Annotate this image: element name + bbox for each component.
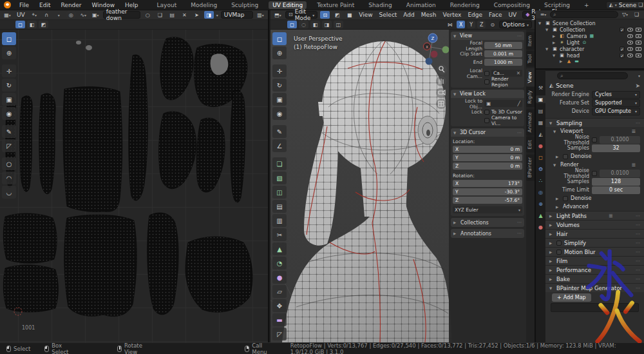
tab-constraints-icon[interactable]: ⊕ (536, 200, 545, 208)
rotate-tool[interactable]: ↻ (272, 79, 287, 92)
mode-dropdown[interactable]: ⊡ Edit Mode ▾ (285, 11, 317, 19)
viewport-denoise-header[interactable]: ▶ Denoise (545, 152, 644, 161)
volumes-panel-header[interactable]: ▶Volumes⋯ (545, 220, 644, 229)
cursor-x-field[interactable]: X0 m (453, 146, 522, 153)
workspace-tab-scripting[interactable]: Scripting (540, 1, 574, 9)
render-region-checkbox[interactable] (484, 79, 489, 84)
denoise-checkbox[interactable] (563, 196, 568, 201)
select-box-option-icon[interactable]: ◻ (287, 21, 297, 28)
image-browse-icon[interactable]: ▣▾ (91, 11, 100, 19)
scale-tool[interactable]: ▣ (272, 93, 287, 106)
open-image-icon[interactable]: ▤ (167, 11, 177, 19)
pivot-point-icon[interactable]: ⌖▾ (30, 11, 39, 19)
poly-build-tool[interactable]: ▲ (272, 242, 287, 255)
lock-to-3d-cursor-checkbox[interactable] (484, 110, 489, 115)
workspace-tab-animation[interactable]: Animation (402, 1, 440, 9)
menu-window[interactable]: Window (90, 1, 117, 9)
edge-slide-tool[interactable]: ▱ (272, 285, 287, 298)
workspace-tab-texture-paint[interactable]: Texture Paint (313, 1, 358, 9)
navigation-gizmo[interactable]: Z X (424, 34, 450, 65)
tab-particles-icon[interactable]: ∴ (536, 177, 545, 184)
display-settings-icon[interactable]: ▥▾ (256, 11, 265, 19)
rip-region-tool[interactable]: ◸ (2, 139, 16, 152)
tab-physics-icon[interactable]: ◎ (536, 188, 545, 196)
duplicate-image-icon[interactable]: ❏ (155, 11, 165, 19)
tweak-select-tool[interactable]: ◻ (2, 32, 16, 45)
image-type-icon[interactable]: ◨ (204, 11, 214, 19)
collections-panel-header[interactable]: ▶Collections⋯ (451, 218, 524, 227)
measure-tool[interactable]: ∠ (272, 139, 287, 152)
local-camera-checkbox[interactable] (484, 71, 489, 76)
cursor-z-field[interactable]: Z0 m (453, 162, 522, 170)
scale-tool[interactable]: ▣ (2, 93, 16, 106)
select-extend-option-icon[interactable]: ◨ (322, 21, 332, 28)
cursor-panel-header[interactable]: ▼3D Cursor⋯ (451, 128, 524, 137)
exclude-checkbox[interactable]: ✓ (620, 53, 625, 58)
annotate-tool[interactable]: ✎ (2, 125, 16, 138)
transform-tool[interactable]: ◉ (2, 107, 16, 120)
select-intersect-option-icon[interactable]: ◫ (334, 21, 343, 28)
chevron-down-icon[interactable]: ▾ (638, 74, 640, 78)
menu-help[interactable]: Help (123, 1, 140, 9)
outliner-row-character[interactable]: ▼▣ character ✓ (536, 46, 644, 52)
noise-threshold-checkbox[interactable] (592, 171, 597, 176)
cursor-tool[interactable]: ⊕ (272, 46, 287, 59)
uv-canvas[interactable]: 1001 (0, 30, 268, 342)
viewport-noise-field[interactable]: 0.1000 (600, 136, 640, 144)
menu-vertex[interactable]: Vertex (441, 11, 464, 19)
film-panel-header[interactable]: ▶Film⋯ (545, 256, 644, 265)
hair-panel-header[interactable]: ▶Hair⋯ (545, 229, 644, 238)
outliner-row-camera[interactable]: ▶ ◧ Camera ▦ (536, 33, 644, 39)
tab-material-icon[interactable]: ● (536, 223, 545, 231)
mirror-y-toggle[interactable]: Y (467, 21, 475, 28)
disable-render-icon[interactable] (636, 54, 641, 57)
pinch-brush-tool[interactable]: ◡ (2, 186, 16, 199)
snap-options-icon[interactable]: ⊙ (488, 21, 497, 28)
tab-item[interactable]: Item (526, 32, 535, 50)
mirror-z-toggle[interactable]: Z (477, 21, 486, 28)
new-scene-icon[interactable]: ❏ (638, 3, 643, 8)
rotation-order-dropdown[interactable]: XYZ Euler▾ (453, 206, 522, 213)
mirror-icon[interactable]: ⋈ (445, 21, 455, 28)
annotations-panel-header[interactable]: ▶Annotations⋯ (451, 229, 524, 238)
unlink-image-icon[interactable]: ✕ (180, 11, 189, 19)
cursor-tool[interactable]: ⊕ (2, 46, 16, 59)
tab-rigify[interactable]: Rigify (526, 87, 535, 107)
tab-modifiers-icon[interactable]: ⚙ (536, 165, 545, 173)
menu-select[interactable]: Select (377, 11, 399, 19)
smooth-tool[interactable]: ● (272, 271, 287, 284)
spin-tool[interactable]: ◔ (272, 257, 287, 270)
annotate-tool[interactable]: ✎ (272, 125, 287, 138)
relax-brush-tool[interactable]: ◠ (2, 172, 16, 184)
cursor-ry-field[interactable]: Y-30.3° (453, 188, 522, 195)
workspace-tab-compositing[interactable]: Compositing (490, 1, 534, 9)
pin-icon[interactable]: ➤ (192, 11, 202, 19)
bake-panel-header[interactable]: ▶Bake⋯ (545, 274, 644, 283)
noise-threshold-checkbox[interactable] (592, 137, 597, 143)
lock-object-field[interactable]: ▣ ╱ (484, 100, 522, 107)
cursor-y-field[interactable]: Y0 m (453, 154, 522, 161)
add-map-button[interactable]: + Add Map (552, 293, 591, 302)
outliner-row-collection[interactable]: ▼▣ Collection ✓ (536, 26, 644, 33)
hide-eye-icon[interactable] (627, 47, 633, 51)
menu-render[interactable]: Render (59, 1, 84, 9)
simplify-panel-header[interactable]: ▶ Simplify⋯ (545, 238, 644, 247)
light-paths-panel-header[interactable]: ▶Light Paths☰⋯ (545, 211, 644, 220)
workspace-tab-sculpting[interactable]: Sculpting (227, 1, 262, 9)
tab-output-icon[interactable]: ▤ (536, 107, 545, 115)
disable-render-icon[interactable] (636, 28, 641, 32)
snap-settings-icon[interactable]: ▾ (54, 11, 64, 19)
cursor-rx-field[interactable]: X173° (453, 180, 522, 187)
tab-data-icon[interactable]: ▲ (536, 211, 545, 219)
feature-set-dropdown[interactable]: Supported▾ (592, 99, 640, 107)
menu-file[interactable]: File (17, 1, 31, 9)
loop-cut-tool[interactable]: ▥ (272, 214, 287, 227)
workspace-tab-uv-editing[interactable]: UV Editing (269, 1, 307, 9)
edge-select-mode-icon[interactable]: ◩ (332, 11, 342, 19)
exclude-checkbox[interactable]: ✓ (620, 46, 625, 52)
motion-blur-checkbox[interactable] (556, 250, 562, 255)
move-tool[interactable]: ✛ (2, 64, 16, 77)
filter-icon[interactable]: ▽▾ (620, 11, 630, 19)
hide-eye-icon[interactable] (627, 28, 633, 32)
clip-start-field[interactable]: 0.001 m (484, 50, 522, 57)
